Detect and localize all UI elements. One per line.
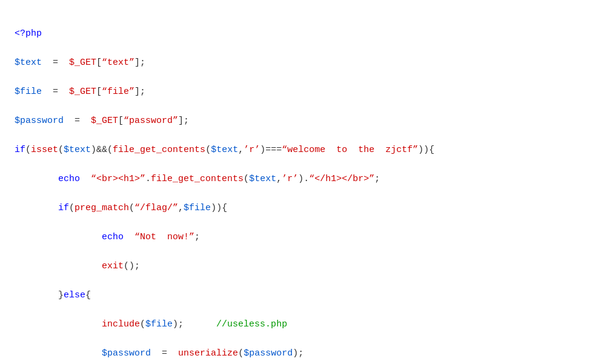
line-3: $file = $_GET[“file”];	[15, 85, 578, 99]
line-8: echo “Not now!”;	[15, 230, 578, 245]
line-4: $password = $_GET[“password”];	[15, 114, 578, 128]
line-2: $text = $_GET[“text”];	[15, 56, 578, 70]
line-5: if(isset($text)&&(file_get_contents($tex…	[15, 143, 578, 157]
line-11: include($file); //useless.php	[15, 317, 578, 332]
line-12: $password = unserialize($password);	[15, 346, 578, 361]
line-6: echo “<br><h1>”.file_get_contents($text,…	[15, 172, 578, 187]
code-block: <?php $text = $_GET[“text”]; $file = $_G…	[15, 12, 578, 364]
line-9: exit();	[15, 259, 578, 274]
line-7: if(preg_match(“/flag/”,$file)){	[15, 201, 578, 216]
line-10: }else{	[15, 288, 578, 303]
line-1: <?php	[15, 27, 578, 41]
